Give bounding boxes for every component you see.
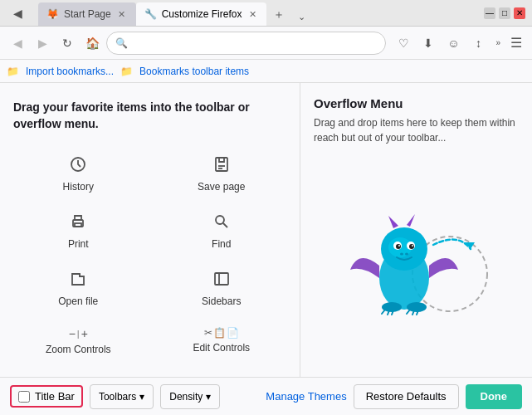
customize-tab-label: Customize Firefox [162,8,242,20]
svg-point-17 [409,244,414,249]
window-controls: — □ ✕ [484,7,525,19]
close-button[interactable]: ✕ [514,7,525,19]
find-icon [212,212,231,235]
history-label: History [63,181,94,193]
maximize-button[interactable]: □ [499,7,510,19]
restore-defaults-button[interactable]: Restore Defaults [354,384,459,409]
svg-point-16 [396,244,401,249]
svg-point-19 [412,245,413,247]
svg-rect-5 [75,223,81,227]
svg-point-6 [216,216,224,224]
bookmarks-toolbar-link[interactable]: Bookmarks toolbar items [139,66,249,77]
overflow-description: Drag and drop items here to keep them wi… [314,115,519,145]
svg-line-7 [223,223,227,227]
nav-bar: ◀ ▶ ↻ 🏠 🔍 ♡ ⬇ ☺ ↕ » ☰ [0,27,532,60]
svg-rect-8 [215,273,228,285]
address-bar[interactable]: 🔍 [106,32,386,55]
open-file-item[interactable]: Open file [13,263,144,314]
edit-controls-label: Edit Controls [193,342,250,354]
main-content: Drag your favorite items into the toolba… [0,83,532,377]
import-bookmarks-link[interactable]: Import bookmarks... [26,66,114,77]
sidebars-icon [212,270,231,292]
svg-marker-21 [407,214,415,227]
density-dropdown[interactable]: Density ▾ [160,384,220,409]
forward-nav-button[interactable]: ▶ [32,32,53,54]
svg-point-23 [405,252,408,255]
zoom-controls-label: Zoom Controls [46,344,111,355]
zoom-controls-icon: − | + [69,327,88,340]
title-bar-label[interactable]: Title Bar [35,390,75,403]
find-item[interactable]: Find [157,206,287,256]
history-icon [69,155,87,178]
density-label: Density [169,391,203,403]
reload-button[interactable]: ↻ [56,32,78,54]
home-button[interactable]: 🏠 [81,32,103,54]
sync-icon-button[interactable]: ↕ [467,32,489,54]
save-page-item[interactable]: Save page [157,149,287,199]
address-input[interactable] [133,37,377,49]
tab-start-page[interactable]: 🦊 Start Page ✕ [38,2,136,26]
overflow-title: Overflow Menu [314,96,519,110]
save-page-label: Save page [198,181,245,193]
bookmarks-folder-icon: 📁 [7,66,19,77]
customize-icon: 🔧 [144,8,157,20]
manage-themes-label: Manage Themes [266,390,346,403]
tab-overflow-button[interactable]: ⌄ [291,8,312,26]
manage-themes-link[interactable]: Manage Themes [266,390,346,403]
svg-point-22 [400,252,403,255]
print-icon [69,212,87,235]
tab-customize[interactable]: 🔧 Customize Firefox ✕ [136,2,267,26]
back-button[interactable]: ◀ [7,2,28,24]
title-bar-checkbox[interactable] [18,391,30,403]
overflow-visual [314,159,519,364]
sidebars-item[interactable]: Sidebars [157,263,287,314]
history-item[interactable]: History [13,149,144,199]
panel-title: Drag your favorite items into the toolba… [13,100,286,132]
bookmarks-toolbar-label: Bookmarks toolbar items [139,66,249,77]
left-panel: Drag your favorite items into the toolba… [0,83,300,377]
mascot-svg [334,199,500,324]
toolbars-dropdown[interactable]: Toolbars ▾ [90,384,154,409]
tab-group: 🦊 Start Page ✕ 🔧 Customize Firefox ✕ ＋ ⌄ [38,0,474,26]
items-grid: History Save page [13,149,286,362]
print-label: Print [68,238,89,250]
zoom-controls-item[interactable]: − | + Zoom Controls [13,320,144,362]
done-label: Done [481,390,508,403]
start-page-icon: 🦊 [46,8,59,20]
toolbars-label: Toolbars [99,391,136,403]
edit-controls-item[interactable]: ✂📋📄 Edit Controls [157,320,287,362]
start-page-close-button[interactable]: ✕ [116,8,128,20]
density-chevron-icon: ▾ [206,391,211,403]
done-button[interactable]: Done [466,384,523,409]
save-page-icon [212,155,231,178]
new-tab-button[interactable]: ＋ [266,4,291,26]
minimize-button[interactable]: — [484,7,495,19]
title-bar-checkbox-wrapper: Title Bar [10,385,83,408]
import-bookmarks-label: Import bookmarks... [26,66,114,77]
restore-defaults-label: Restore Defaults [366,390,447,403]
open-file-label: Open file [58,295,98,307]
back-nav-button[interactable]: ◀ [7,32,28,54]
download-icon-button[interactable]: ⬇ [417,32,439,54]
toolbars-chevron-icon: ▾ [139,391,144,403]
bottom-bar: Title Bar Toolbars ▾ Density ▾ Manage Th… [0,377,532,415]
find-label: Find [212,238,231,250]
print-item[interactable]: Print [13,206,144,256]
menu-button[interactable]: ☰ [507,33,525,52]
right-panel: Overflow Menu Drag and drop items here t… [300,83,532,377]
search-icon: 🔍 [115,37,128,49]
bookmarks-bar: 📁 Import bookmarks... 📁 Bookmarks toolba… [0,60,532,83]
heart-icon-button[interactable]: ♡ [393,32,414,54]
svg-point-18 [398,245,400,247]
sidebars-label: Sidebars [202,295,241,307]
title-bar: ◀ 🦊 Start Page ✕ 🔧 Customize Firefox ✕ ＋… [0,0,532,27]
customize-close-button[interactable]: ✕ [246,8,258,20]
toolbar-overflow-button[interactable]: » [492,37,504,49]
toolbar-icons: ♡ ⬇ ☺ ↕ [393,32,489,54]
open-file-icon [69,270,87,292]
smiley-icon-button[interactable]: ☺ [442,32,464,54]
svg-marker-20 [388,216,398,228]
edit-controls-icon: ✂📋📄 [204,327,239,339]
bookmarks-folder-icon2: 📁 [120,66,133,77]
start-page-tab-label: Start Page [64,8,111,20]
